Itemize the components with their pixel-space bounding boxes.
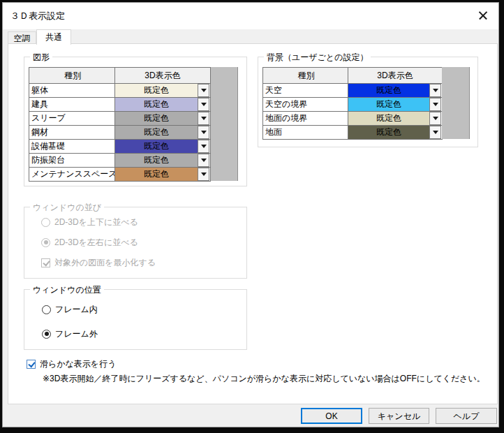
option-label: フレーム外 (55, 328, 98, 340)
cancel-button[interactable]: キャンセル (369, 408, 429, 424)
row-label: 建具 (29, 98, 115, 111)
row-label: 地面 (263, 126, 348, 139)
row-label: スリーブ (29, 112, 115, 125)
color-value-dropdown[interactable]: 既定色 (348, 126, 429, 139)
row-label: 天空 (263, 84, 348, 97)
color-dropdown-arrow-button[interactable] (429, 84, 441, 97)
radio-outside-frame[interactable]: フレーム外 (42, 328, 98, 339)
chevron-down-icon (201, 89, 207, 92)
column-header-type: 種別 (263, 68, 348, 83)
color-table-row: 鋼材既定色 (29, 125, 210, 139)
color-dropdown-arrow-button[interactable] (429, 112, 441, 125)
color-value-dropdown[interactable]: 既定色 (115, 84, 198, 97)
radio-2d3d-vertical: 2D-3Dを上下に並べる (41, 216, 138, 228)
color-dropdown-arrow-button[interactable] (198, 168, 209, 181)
background-table-filler (442, 67, 470, 139)
color-table-row: 設備基礎既定色 (29, 139, 210, 153)
color-value-dropdown[interactable]: 既定色 (348, 112, 429, 125)
checkbox-check-icon (27, 360, 36, 369)
chevron-down-icon (433, 103, 438, 106)
chevron-down-icon (201, 145, 207, 148)
tab-common[interactable]: 共通 (36, 29, 71, 45)
shapes-color-table: 種別3D表示色躯体既定色建具既定色スリーブ既定色鋼材既定色設備基礎既定色防振架台… (29, 67, 211, 182)
color-table-row: 建具既定色 (29, 97, 210, 111)
group-window-position: ウィンドウの位置 フレーム内フレーム外 (24, 289, 247, 350)
color-table-row: 天空既定色 (263, 83, 442, 97)
radio-icon (42, 305, 51, 314)
radio-icon (41, 218, 50, 227)
chevron-down-icon (433, 89, 438, 92)
shapes-table-filler (211, 67, 238, 181)
color-value-dropdown[interactable]: 既定色 (115, 112, 198, 125)
chevron-down-icon (201, 159, 207, 162)
option-label: 2D-3Dを上下に並べる (54, 216, 138, 228)
color-dropdown-arrow-button[interactable] (198, 126, 209, 139)
color-value-dropdown[interactable]: 既定色 (115, 154, 198, 167)
color-table-row: メンテナンススペース既定色 (29, 167, 210, 181)
color-value-dropdown[interactable]: 既定色 (115, 126, 198, 139)
radio-2d3d-horizontal: 2D-3Dを左右に並べる (41, 237, 138, 248)
smooth-display-note: ※3D表示開始／終了時にフリーズするなど、パソコンが滑らかな表示に対応していない… (43, 373, 485, 385)
chevron-down-icon (201, 117, 207, 120)
color-dropdown-arrow-button[interactable] (198, 112, 209, 125)
color-table-row: 躯体既定色 (29, 83, 210, 97)
group-window-arrangement-title: ウィンドウの並び (30, 202, 104, 214)
option-label: フレーム内 (55, 304, 98, 316)
color-dropdown-arrow-button[interactable] (198, 98, 209, 111)
chevron-down-icon (433, 131, 438, 134)
tab-aircon[interactable]: 空調 (8, 31, 36, 44)
color-value-dropdown[interactable]: 既定色 (348, 98, 429, 111)
chevron-down-icon (201, 131, 207, 134)
chevron-down-icon (201, 103, 207, 106)
column-header-3d-color: 3D表示色 (348, 68, 442, 83)
column-header-3d-color: 3D表示色 (115, 68, 210, 83)
row-label: メンテナンススペース (29, 168, 115, 181)
group-window-position-title: ウィンドウの位置 (30, 284, 104, 296)
row-label: 鋼材 (29, 126, 115, 139)
row-label: 地面の境界 (263, 112, 348, 125)
color-value-dropdown[interactable]: 既定色 (115, 98, 198, 111)
row-label: 設備基礎 (29, 140, 115, 153)
color-dropdown-arrow-button[interactable] (429, 126, 441, 139)
color-dropdown-arrow-button[interactable] (198, 154, 209, 167)
group-background-title: 背景（ユーザごとの設定） (264, 52, 371, 64)
color-table-row: 防振架台既定色 (29, 153, 210, 167)
color-dropdown-arrow-button[interactable] (429, 98, 441, 111)
color-table-row: 天空の境界既定色 (263, 97, 442, 111)
smooth-display-label: 滑らかな表示を行う (40, 358, 116, 370)
color-value-dropdown[interactable]: 既定色 (115, 140, 198, 153)
group-window-arrangement: ウィンドウの並び 2D-3Dを上下に並べる2D-3Dを左右に並べる対象外の図面を… (24, 207, 247, 279)
dialog-title: ３Ｄ表示設定 (10, 10, 65, 22)
color-dropdown-arrow-button[interactable] (198, 84, 209, 97)
group-shapes-title: 図形 (30, 52, 52, 64)
row-label: 防振架台 (29, 154, 115, 167)
row-label: 天空の境界 (263, 98, 348, 111)
row-label: 躯体 (29, 84, 115, 97)
tab-page-common: 図形 種別3D表示色躯体既定色建具既定色スリーブ既定色鋼材既定色設備基礎既定色防… (8, 43, 498, 404)
option-label: 2D-3Dを左右に並べる (54, 237, 138, 249)
color-table-row: 地面既定色 (263, 125, 442, 139)
color-table-row: 地面の境界既定色 (263, 111, 442, 125)
titlebar: ３Ｄ表示設定 (3, 3, 498, 29)
chevron-down-icon (433, 117, 438, 120)
help-button[interactable]: ヘルプ (436, 408, 497, 424)
checkbox-icon (41, 258, 50, 267)
radio-icon (41, 238, 50, 247)
ok-button[interactable]: OK (301, 408, 362, 424)
background-color-table: 種別3D表示色天空既定色天空の境界既定色地面の境界既定色地面既定色 (262, 67, 443, 140)
close-icon[interactable] (473, 6, 493, 25)
radio-inside-frame[interactable]: フレーム内 (42, 304, 98, 315)
option-label: 対象外の図面を最小化する (54, 257, 156, 269)
dialog-3d-display-settings: ３Ｄ表示設定 空調共通 図形 種別3D表示色躯体既定色建具既定色スリーブ既定色鋼… (2, 2, 499, 427)
checkbox-minimize-other-drawings: 対象外の図面を最小化する (41, 257, 156, 268)
color-table-row: スリーブ既定色 (29, 111, 210, 125)
chevron-down-icon (201, 173, 207, 176)
color-value-dropdown[interactable]: 既定色 (348, 84, 429, 97)
color-dropdown-arrow-button[interactable] (198, 140, 209, 153)
color-value-dropdown[interactable]: 既定色 (115, 168, 198, 181)
radio-icon (42, 330, 51, 339)
smooth-display-checkbox[interactable]: 滑らかな表示を行う (27, 358, 116, 369)
column-header-type: 種別 (29, 68, 115, 83)
